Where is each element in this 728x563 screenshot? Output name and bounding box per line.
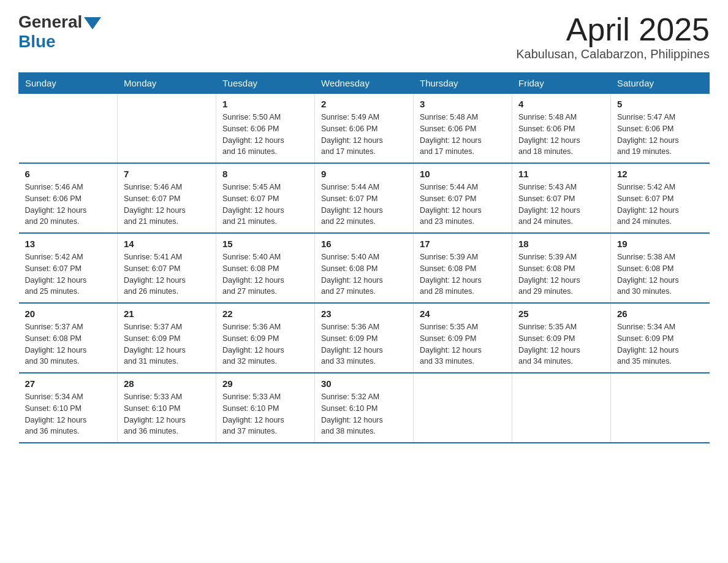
logo-triangle-icon [84,17,101,29]
day-info: Sunrise: 5:48 AM Sunset: 6:06 PM Dayligh… [420,112,506,158]
day-number: 6 [25,169,112,179]
table-row: 25Sunrise: 5:35 AM Sunset: 6:09 PM Dayli… [512,303,611,373]
day-info: Sunrise: 5:45 AM Sunset: 6:07 PM Dayligh… [222,182,308,228]
table-row: 28Sunrise: 5:33 AM Sunset: 6:10 PM Dayli… [118,373,216,443]
day-number: 10 [420,169,506,179]
day-number: 7 [124,169,210,179]
header-sunday: Sunday [19,73,118,94]
calendar-title: April 2025 [516,12,710,47]
page-header: General Blue April 2025 Kabulusan, Calab… [18,12,710,61]
day-number: 13 [25,239,112,249]
title-block: April 2025 Kabulusan, Calabarzon, Philip… [516,12,710,61]
day-number: 20 [25,308,112,319]
table-row: 1Sunrise: 5:50 AM Sunset: 6:06 PM Daylig… [216,94,315,164]
day-number: 28 [124,378,210,389]
day-number: 17 [420,239,506,249]
table-row: 16Sunrise: 5:40 AM Sunset: 6:08 PM Dayli… [315,233,414,303]
day-number: 4 [518,99,604,109]
day-info: Sunrise: 5:46 AM Sunset: 6:07 PM Dayligh… [124,182,210,228]
day-info: Sunrise: 5:39 AM Sunset: 6:08 PM Dayligh… [420,251,506,297]
day-info: Sunrise: 5:35 AM Sunset: 6:09 PM Dayligh… [518,321,604,367]
day-info: Sunrise: 5:40 AM Sunset: 6:08 PM Dayligh… [222,251,308,297]
table-row: 8Sunrise: 5:45 AM Sunset: 6:07 PM Daylig… [216,163,315,233]
calendar-week-row: 1Sunrise: 5:50 AM Sunset: 6:06 PM Daylig… [19,94,710,164]
weekday-header-row: Sunday Monday Tuesday Wednesday Thursday… [19,73,710,94]
table-row: 26Sunrise: 5:34 AM Sunset: 6:09 PM Dayli… [611,303,710,373]
table-row: 6Sunrise: 5:46 AM Sunset: 6:06 PM Daylig… [19,163,118,233]
day-number: 12 [617,169,703,179]
day-info: Sunrise: 5:38 AM Sunset: 6:08 PM Dayligh… [617,251,703,297]
day-number: 14 [124,239,210,249]
table-row: 4Sunrise: 5:48 AM Sunset: 6:06 PM Daylig… [512,94,611,164]
day-info: Sunrise: 5:42 AM Sunset: 6:07 PM Dayligh… [617,182,703,228]
table-row: 22Sunrise: 5:36 AM Sunset: 6:09 PM Dayli… [216,303,315,373]
logo-text-general: General [18,12,82,32]
day-info: Sunrise: 5:34 AM Sunset: 6:09 PM Dayligh… [617,321,703,367]
day-info: Sunrise: 5:44 AM Sunset: 6:07 PM Dayligh… [321,182,407,228]
day-number: 22 [222,308,308,319]
calendar-subtitle: Kabulusan, Calabarzon, Philippines [516,47,710,61]
day-number: 27 [25,378,112,389]
day-info: Sunrise: 5:33 AM Sunset: 6:10 PM Dayligh… [222,391,308,437]
table-row: 11Sunrise: 5:43 AM Sunset: 6:07 PM Dayli… [512,163,611,233]
table-row: 7Sunrise: 5:46 AM Sunset: 6:07 PM Daylig… [118,163,216,233]
table-row [414,373,512,443]
table-row [611,373,710,443]
day-number: 26 [617,308,703,319]
day-info: Sunrise: 5:47 AM Sunset: 6:06 PM Dayligh… [617,112,703,158]
table-row: 30Sunrise: 5:32 AM Sunset: 6:10 PM Dayli… [315,373,414,443]
day-info: Sunrise: 5:33 AM Sunset: 6:10 PM Dayligh… [124,391,210,437]
day-info: Sunrise: 5:36 AM Sunset: 6:09 PM Dayligh… [321,321,407,367]
day-number: 19 [617,239,703,249]
day-number: 23 [321,308,407,319]
calendar-week-row: 6Sunrise: 5:46 AM Sunset: 6:06 PM Daylig… [19,163,710,233]
day-info: Sunrise: 5:34 AM Sunset: 6:10 PM Dayligh… [25,391,112,437]
table-row: 24Sunrise: 5:35 AM Sunset: 6:09 PM Dayli… [414,303,512,373]
day-number: 5 [617,99,703,109]
table-row: 3Sunrise: 5:48 AM Sunset: 6:06 PM Daylig… [414,94,512,164]
day-number: 3 [420,99,506,109]
table-row: 21Sunrise: 5:37 AM Sunset: 6:09 PM Dayli… [118,303,216,373]
day-number: 16 [321,239,407,249]
table-row: 18Sunrise: 5:39 AM Sunset: 6:08 PM Dayli… [512,233,611,303]
calendar-week-row: 20Sunrise: 5:37 AM Sunset: 6:08 PM Dayli… [19,303,710,373]
table-row: 19Sunrise: 5:38 AM Sunset: 6:08 PM Dayli… [611,233,710,303]
table-row [512,373,611,443]
table-row: 15Sunrise: 5:40 AM Sunset: 6:08 PM Dayli… [216,233,315,303]
table-row: 13Sunrise: 5:42 AM Sunset: 6:07 PM Dayli… [19,233,118,303]
day-info: Sunrise: 5:43 AM Sunset: 6:07 PM Dayligh… [518,182,604,228]
header-monday: Monday [118,73,216,94]
day-number: 1 [222,99,308,109]
logo-text-blue: Blue [18,32,56,51]
day-info: Sunrise: 5:49 AM Sunset: 6:06 PM Dayligh… [321,112,407,158]
day-info: Sunrise: 5:36 AM Sunset: 6:09 PM Dayligh… [222,321,308,367]
calendar-table: Sunday Monday Tuesday Wednesday Thursday… [18,72,710,443]
table-row: 23Sunrise: 5:36 AM Sunset: 6:09 PM Dayli… [315,303,414,373]
day-info: Sunrise: 5:50 AM Sunset: 6:06 PM Dayligh… [222,112,308,158]
table-row: 14Sunrise: 5:41 AM Sunset: 6:07 PM Dayli… [118,233,216,303]
table-row: 20Sunrise: 5:37 AM Sunset: 6:08 PM Dayli… [19,303,118,373]
table-row: 5Sunrise: 5:47 AM Sunset: 6:06 PM Daylig… [611,94,710,164]
day-info: Sunrise: 5:46 AM Sunset: 6:06 PM Dayligh… [25,182,112,228]
day-info: Sunrise: 5:44 AM Sunset: 6:07 PM Dayligh… [420,182,506,228]
day-info: Sunrise: 5:42 AM Sunset: 6:07 PM Dayligh… [25,251,112,297]
day-info: Sunrise: 5:48 AM Sunset: 6:06 PM Dayligh… [518,112,604,158]
day-info: Sunrise: 5:39 AM Sunset: 6:08 PM Dayligh… [518,251,604,297]
calendar-week-row: 13Sunrise: 5:42 AM Sunset: 6:07 PM Dayli… [19,233,710,303]
day-info: Sunrise: 5:37 AM Sunset: 6:09 PM Dayligh… [124,321,210,367]
table-row: 17Sunrise: 5:39 AM Sunset: 6:08 PM Dayli… [414,233,512,303]
day-info: Sunrise: 5:40 AM Sunset: 6:08 PM Dayligh… [321,251,407,297]
table-row: 2Sunrise: 5:49 AM Sunset: 6:06 PM Daylig… [315,94,414,164]
header-saturday: Saturday [611,73,710,94]
header-tuesday: Tuesday [216,73,315,94]
logo: General Blue [18,12,101,52]
day-info: Sunrise: 5:41 AM Sunset: 6:07 PM Dayligh… [124,251,210,297]
day-number: 8 [222,169,308,179]
table-row: 27Sunrise: 5:34 AM Sunset: 6:10 PM Dayli… [19,373,118,443]
day-number: 25 [518,308,604,319]
day-info: Sunrise: 5:37 AM Sunset: 6:08 PM Dayligh… [25,321,112,367]
table-row: 10Sunrise: 5:44 AM Sunset: 6:07 PM Dayli… [414,163,512,233]
day-number: 11 [518,169,604,179]
day-number: 9 [321,169,407,179]
day-number: 18 [518,239,604,249]
